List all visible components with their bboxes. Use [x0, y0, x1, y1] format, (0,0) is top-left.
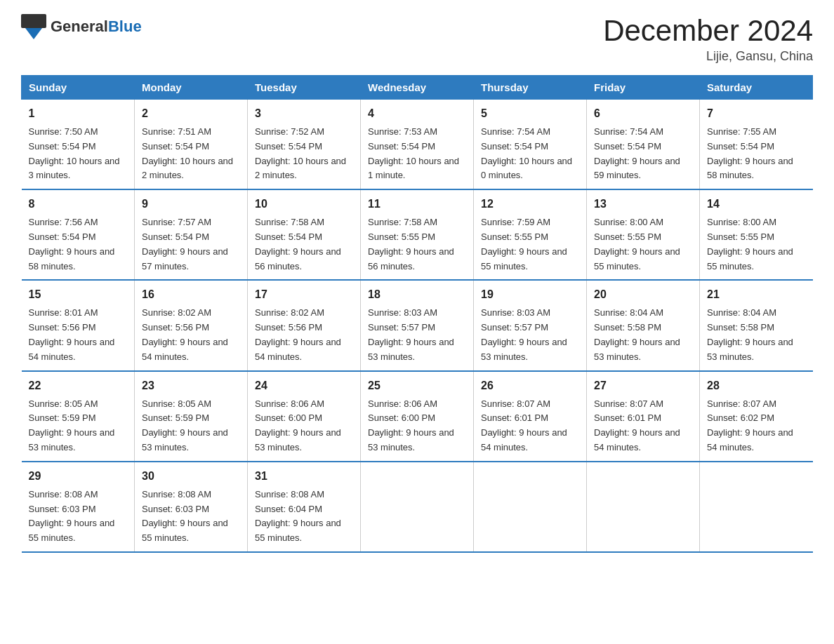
day-number: 7	[707, 105, 806, 122]
location: Lijie, Gansu, China	[603, 49, 813, 64]
cell-1-4: 12Sunrise: 7:59 AMSunset: 5:55 PMDayligh…	[474, 189, 587, 280]
day-number: 17	[255, 286, 353, 303]
day-number: 12	[481, 196, 579, 213]
day-number: 13	[594, 196, 692, 213]
header-sunday: Sunday	[22, 76, 135, 100]
cell-content: Sunrise: 8:00 AMSunset: 5:55 PMDaylight:…	[707, 215, 806, 274]
cell-4-0: 29Sunrise: 8:08 AMSunset: 6:03 PMDayligh…	[22, 462, 135, 552]
logo-blue-text: Blue	[108, 18, 142, 35]
cell-content: Sunrise: 7:52 AMSunset: 5:54 PMDaylight:…	[255, 125, 353, 183]
cell-4-6	[700, 462, 813, 552]
logo-general-text: General	[51, 18, 108, 35]
day-number: 26	[481, 377, 579, 394]
cell-content: Sunrise: 8:02 AMSunset: 5:56 PMDaylight:…	[142, 306, 240, 364]
day-number: 15	[29, 286, 128, 303]
cell-0-6: 7Sunrise: 7:55 AMSunset: 5:54 PMDaylight…	[700, 100, 813, 190]
svg-rect-0	[21, 14, 46, 28]
header-saturday: Saturday	[700, 76, 813, 100]
cell-2-1: 16Sunrise: 8:02 AMSunset: 5:56 PMDayligh…	[135, 280, 248, 370]
cell-1-5: 13Sunrise: 8:00 AMSunset: 5:55 PMDayligh…	[587, 189, 700, 280]
cell-0-1: 2Sunrise: 7:51 AMSunset: 5:54 PMDaylight…	[135, 100, 248, 190]
cell-1-1: 9Sunrise: 7:57 AMSunset: 5:54 PMDaylight…	[135, 189, 248, 280]
cell-1-6: 14Sunrise: 8:00 AMSunset: 5:55 PMDayligh…	[700, 189, 813, 280]
day-number: 30	[142, 468, 240, 485]
day-number: 11	[368, 196, 466, 213]
cell-content: Sunrise: 7:53 AMSunset: 5:54 PMDaylight:…	[368, 125, 466, 183]
title-section: December 2024 Lijie, Gansu, China	[603, 14, 813, 64]
svg-marker-1	[25, 28, 42, 39]
cell-2-3: 18Sunrise: 8:03 AMSunset: 5:57 PMDayligh…	[361, 280, 474, 370]
day-number: 8	[29, 196, 128, 213]
calendar-body: 1Sunrise: 7:50 AMSunset: 5:54 PMDaylight…	[22, 100, 813, 552]
cell-content: Sunrise: 7:56 AMSunset: 5:54 PMDaylight:…	[29, 215, 128, 274]
cell-content: Sunrise: 8:07 AMSunset: 6:02 PMDaylight:…	[707, 397, 806, 455]
cell-0-2: 3Sunrise: 7:52 AMSunset: 5:54 PMDaylight…	[248, 100, 361, 190]
cell-4-1: 30Sunrise: 8:08 AMSunset: 6:03 PMDayligh…	[135, 462, 248, 552]
day-number: 10	[255, 196, 353, 213]
cell-content: Sunrise: 7:51 AMSunset: 5:54 PMDaylight:…	[142, 125, 240, 183]
cell-content: Sunrise: 8:04 AMSunset: 5:58 PMDaylight:…	[594, 306, 692, 364]
header-row: Sunday Monday Tuesday Wednesday Thursday…	[22, 76, 813, 100]
cell-3-5: 27Sunrise: 8:07 AMSunset: 6:01 PMDayligh…	[587, 371, 700, 462]
day-number: 4	[368, 105, 466, 122]
cell-content: Sunrise: 8:03 AMSunset: 5:57 PMDaylight:…	[481, 306, 579, 364]
day-number: 23	[142, 377, 240, 394]
cell-2-4: 19Sunrise: 8:03 AMSunset: 5:57 PMDayligh…	[474, 280, 587, 370]
day-number: 1	[29, 105, 128, 122]
cell-3-1: 23Sunrise: 8:05 AMSunset: 5:59 PMDayligh…	[135, 371, 248, 462]
cell-content: Sunrise: 8:05 AMSunset: 5:59 PMDaylight:…	[29, 397, 128, 455]
cell-3-0: 22Sunrise: 8:05 AMSunset: 5:59 PMDayligh…	[22, 371, 135, 462]
cell-content: Sunrise: 8:07 AMSunset: 6:01 PMDaylight:…	[594, 397, 692, 455]
cell-content: Sunrise: 8:04 AMSunset: 5:58 PMDaylight:…	[707, 306, 806, 364]
cell-content: Sunrise: 8:08 AMSunset: 6:03 PMDaylight:…	[142, 488, 240, 546]
cell-0-3: 4Sunrise: 7:53 AMSunset: 5:54 PMDaylight…	[361, 100, 474, 190]
day-number: 3	[255, 105, 353, 122]
day-number: 31	[255, 468, 353, 485]
cell-content: Sunrise: 8:01 AMSunset: 5:56 PMDaylight:…	[29, 306, 128, 364]
header-wednesday: Wednesday	[361, 76, 474, 100]
cell-2-0: 15Sunrise: 8:01 AMSunset: 5:56 PMDayligh…	[22, 280, 135, 370]
cell-content: Sunrise: 7:50 AMSunset: 5:54 PMDaylight:…	[29, 125, 128, 183]
cell-4-4	[474, 462, 587, 552]
day-number: 24	[255, 377, 353, 394]
cell-2-5: 20Sunrise: 8:04 AMSunset: 5:58 PMDayligh…	[587, 280, 700, 370]
header-tuesday: Tuesday	[248, 76, 361, 100]
calendar-header: Sunday Monday Tuesday Wednesday Thursday…	[22, 76, 813, 100]
day-number: 19	[481, 286, 579, 303]
day-number: 14	[707, 196, 806, 213]
day-number: 22	[29, 377, 128, 394]
cell-2-6: 21Sunrise: 8:04 AMSunset: 5:58 PMDayligh…	[700, 280, 813, 370]
header-friday: Friday	[587, 76, 700, 100]
cell-1-3: 11Sunrise: 7:58 AMSunset: 5:55 PMDayligh…	[361, 189, 474, 280]
cell-content: Sunrise: 7:54 AMSunset: 5:54 PMDaylight:…	[481, 125, 579, 183]
cell-content: Sunrise: 7:54 AMSunset: 5:54 PMDaylight:…	[594, 125, 692, 183]
cell-content: Sunrise: 8:02 AMSunset: 5:56 PMDaylight:…	[255, 306, 353, 364]
day-number: 20	[594, 286, 692, 303]
month-title: December 2024	[603, 14, 813, 48]
cell-3-2: 24Sunrise: 8:06 AMSunset: 6:00 PMDayligh…	[248, 371, 361, 462]
cell-0-5: 6Sunrise: 7:54 AMSunset: 5:54 PMDaylight…	[587, 100, 700, 190]
cell-content: Sunrise: 8:08 AMSunset: 6:04 PMDaylight:…	[255, 488, 353, 546]
cell-0-0: 1Sunrise: 7:50 AMSunset: 5:54 PMDaylight…	[22, 100, 135, 190]
cell-content: Sunrise: 8:07 AMSunset: 6:01 PMDaylight:…	[481, 397, 579, 455]
day-number: 21	[707, 286, 806, 303]
week-row-3: 15Sunrise: 8:01 AMSunset: 5:56 PMDayligh…	[22, 280, 813, 370]
cell-0-4: 5Sunrise: 7:54 AMSunset: 5:54 PMDaylight…	[474, 100, 587, 190]
logo-icon	[21, 14, 46, 39]
day-number: 16	[142, 286, 240, 303]
page-header: GeneralBlue December 2024 Lijie, Gansu, …	[21, 14, 813, 64]
cell-content: Sunrise: 8:05 AMSunset: 5:59 PMDaylight:…	[142, 397, 240, 455]
cell-content: Sunrise: 7:58 AMSunset: 5:55 PMDaylight:…	[368, 215, 466, 274]
week-row-2: 8Sunrise: 7:56 AMSunset: 5:54 PMDaylight…	[22, 189, 813, 280]
header-thursday: Thursday	[474, 76, 587, 100]
logo: GeneralBlue	[21, 14, 142, 39]
cell-4-3	[361, 462, 474, 552]
day-number: 5	[481, 105, 579, 122]
cell-content: Sunrise: 7:59 AMSunset: 5:55 PMDaylight:…	[481, 215, 579, 274]
day-number: 18	[368, 286, 466, 303]
cell-3-6: 28Sunrise: 8:07 AMSunset: 6:02 PMDayligh…	[700, 371, 813, 462]
cell-content: Sunrise: 8:06 AMSunset: 6:00 PMDaylight:…	[368, 397, 466, 455]
day-number: 29	[29, 468, 128, 485]
cell-4-2: 31Sunrise: 8:08 AMSunset: 6:04 PMDayligh…	[248, 462, 361, 552]
day-number: 25	[368, 377, 466, 394]
